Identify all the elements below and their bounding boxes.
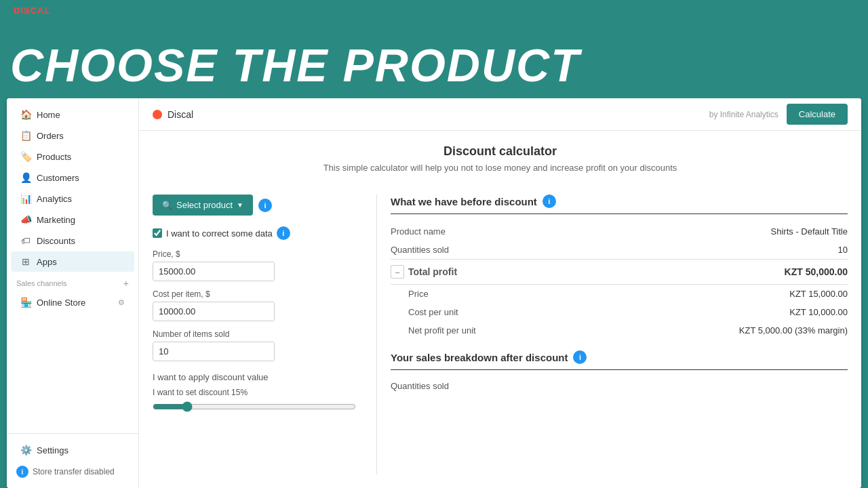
cost-input[interactable] <box>153 302 275 321</box>
sidebar-item-label: Discounts <box>37 236 75 246</box>
after-quantities-sold-label: Quantities sold <box>391 381 449 391</box>
price-input-wrap: ▲ ▼ <box>153 262 275 281</box>
sidebar-item-label: Home <box>37 110 60 120</box>
after-discount-info-icon[interactable]: i <box>573 350 587 364</box>
by-text: by Infinite Analytics <box>709 110 778 119</box>
price-label: Price, $ <box>153 249 356 259</box>
online-store-settings-icon[interactable]: ⚙ <box>118 298 125 307</box>
before-discount-title: What we have before discount i <box>391 195 848 208</box>
items-sold-input-wrap: ▲ ▼ <box>153 342 275 361</box>
price-label-right: Price <box>408 289 429 299</box>
customers-icon: 👤 <box>20 172 31 183</box>
net-profit-row: Net profit per unit KZT 5,000.00 (33% ma… <box>408 321 848 340</box>
calculator-subtitle: This simple calculator will help you not… <box>153 163 848 173</box>
price-row: Price KZT 15,000.00 <box>408 285 848 303</box>
app-title-area: Discal <box>153 109 193 120</box>
total-profit-inner: – Total profit <box>391 265 785 279</box>
product-name-label: Product name <box>391 226 446 237</box>
calculator-body: 🔍 Select product ▼ i I want to correct s… <box>139 181 861 488</box>
product-name-value: Shirts - Default Title <box>771 226 848 237</box>
discounts-icon: 🏷 <box>20 235 31 246</box>
quantities-sold-value: 10 <box>838 245 848 255</box>
sidebar-item-marketing[interactable]: 📣 Marketing <box>11 209 134 230</box>
app-header: Discal by Infinite Analytics Calculate <box>139 98 861 131</box>
app-dot <box>153 110 162 119</box>
app-name: Discal <box>167 109 193 120</box>
sidebar-item-analytics[interactable]: 📊 Analytics <box>11 188 134 209</box>
sidebar-item-home[interactable]: 🏠 Home <box>11 104 134 125</box>
after-quantities-sold-row: Quantities sold <box>391 377 848 395</box>
product-name-row: Product name Shirts - Default Title <box>391 222 848 241</box>
after-discount-section: Your sales breakdown after discount i Qu… <box>391 350 848 395</box>
sidebar-nav: 🏠 Home 📋 Orders 🏷️ Products 👤 Customers … <box>7 98 138 433</box>
sidebar-item-products[interactable]: 🏷️ Products <box>11 146 134 167</box>
cost-label: Cost per item, $ <box>153 289 356 299</box>
calculator-header: Discount calculator This simple calculat… <box>139 131 861 181</box>
cost-per-unit-label: Cost per unit <box>408 307 458 317</box>
home-icon: 🏠 <box>20 109 31 120</box>
right-panel: What we have before discount i Product n… <box>376 195 848 474</box>
brand-logo: DISCAL <box>14 5 50 16</box>
sidebar-item-label: Analytics <box>37 194 72 204</box>
calculate-button[interactable]: Calculate <box>787 104 848 125</box>
sidebar-item-label: Products <box>37 152 71 162</box>
discount-slider[interactable] <box>153 401 356 412</box>
price-input[interactable] <box>153 262 275 281</box>
products-icon: 🏷️ <box>20 151 31 162</box>
total-profit-row: – Total profit KZT 50,000.00 <box>391 259 848 285</box>
online-store-icon: 🏪 <box>20 297 31 308</box>
main-container: 🏠 Home 📋 Orders 🏷️ Products 👤 Customers … <box>7 98 861 488</box>
settings-label: Settings <box>37 445 68 455</box>
sales-channels-title: Sales channels <box>16 279 67 287</box>
discount-section: I want to apply discount value I want to… <box>153 372 356 415</box>
sub-rows: Price KZT 15,000.00 Cost per unit KZT 10… <box>391 285 848 340</box>
sidebar-item-apps[interactable]: ⊞ Apps <box>11 251 134 272</box>
net-profit-label: Net profit per unit <box>408 325 476 336</box>
store-transfer-label: Store transfer disabled <box>33 467 115 476</box>
marketing-icon: 📣 <box>20 214 31 225</box>
items-sold-field-group: Number of items sold ▲ ▼ <box>153 329 356 361</box>
total-profit-label: Total profit <box>408 266 457 277</box>
select-product-label: Select product <box>176 200 233 210</box>
sidebar-item-label: Online Store <box>37 298 85 308</box>
sidebar-sales-channels-section: Sales channels + <box>7 272 138 291</box>
before-discount-section: What we have before discount i <box>391 195 848 214</box>
page-title: CHOOSE THE PRODUCT <box>10 39 580 92</box>
sidebar-item-label: Marketing <box>37 215 75 225</box>
net-profit-value: KZT 5,000.00 (33% margin) <box>739 325 848 336</box>
cost-per-unit-value: KZT 10,000.00 <box>789 307 848 317</box>
discount-slider-label: I want to set discount 15% <box>153 388 356 397</box>
items-sold-label: Number of items sold <box>153 329 356 339</box>
discount-section-title: I want to apply discount value <box>153 372 356 382</box>
select-product-row: 🔍 Select product ▼ i <box>153 195 356 216</box>
after-discount-title: Your sales breakdown after discount i <box>391 350 848 364</box>
sidebar: 🏠 Home 📋 Orders 🏷️ Products 👤 Customers … <box>7 98 139 488</box>
before-discount-info-icon[interactable]: i <box>542 195 556 208</box>
cost-input-wrap: ▲ ▼ <box>153 302 275 321</box>
top-banner: DISCAL CHOOSE THE PRODUCT <box>0 0 868 98</box>
quantities-sold-label: Quantities sold <box>391 245 449 255</box>
checkbox-row: I want to correct some data i <box>153 226 356 240</box>
checkbox-label: I want to correct some data <box>166 228 273 239</box>
apps-icon: ⊞ <box>20 256 31 267</box>
app-content: Discount calculator This simple calculat… <box>139 131 861 488</box>
checkbox-info-icon[interactable]: i <box>277 226 290 240</box>
sidebar-item-discounts[interactable]: 🏷 Discounts <box>11 230 134 251</box>
select-product-button[interactable]: 🔍 Select product ▼ <box>153 195 253 216</box>
sidebar-bottom: ⚙️ Settings i Store transfer disabled <box>7 433 138 488</box>
sidebar-item-online-store[interactable]: 🏪 Online Store ⚙ <box>11 292 134 312</box>
total-profit-value: KZT 50,000.00 <box>785 266 848 277</box>
sidebar-item-settings[interactable]: ⚙️ Settings <box>11 440 134 460</box>
select-product-info-icon[interactable]: i <box>258 199 272 212</box>
items-sold-input[interactable] <box>153 342 275 361</box>
correct-data-checkbox[interactable] <box>153 228 162 238</box>
main-panel: Discal by Infinite Analytics Calculate D… <box>139 98 861 488</box>
add-sales-channel-icon[interactable]: + <box>123 278 129 289</box>
chevron-down-icon: ▼ <box>237 201 243 209</box>
total-profit-collapse-btn[interactable]: – <box>391 265 404 279</box>
store-transfer: i Store transfer disabled <box>7 461 138 483</box>
sidebar-item-orders[interactable]: 📋 Orders <box>11 125 134 146</box>
search-icon: 🔍 <box>162 201 172 210</box>
sidebar-item-customers[interactable]: 👤 Customers <box>11 167 134 188</box>
price-field-group: Price, $ ▲ ▼ <box>153 249 356 281</box>
